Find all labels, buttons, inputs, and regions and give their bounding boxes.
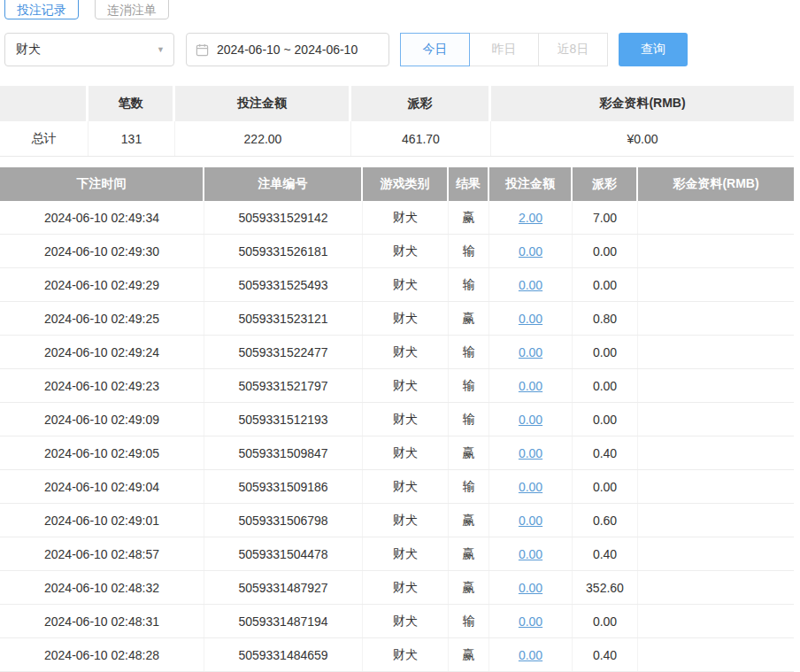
cell-game-type: 财犬 bbox=[363, 436, 449, 469]
cell-bonus bbox=[638, 403, 794, 436]
table-row: 2024-06-10 02:48:28 5059331484659 财犬 赢 0… bbox=[0, 638, 794, 672]
bet-amount-link[interactable]: 0.00 bbox=[519, 413, 542, 427]
summary-bet-amount-value: 222.00 bbox=[175, 121, 351, 156]
cell-bet-time: 2024-06-10 02:49:30 bbox=[0, 235, 204, 267]
game-select-value: 财犬 bbox=[16, 42, 41, 58]
cell-result: 输 bbox=[449, 470, 489, 503]
cell-result: 输 bbox=[449, 235, 489, 267]
cell-payout: 0.00 bbox=[573, 605, 638, 637]
cell-order-id: 5059331509186 bbox=[204, 470, 363, 503]
yesterday-button[interactable]: 昨日 bbox=[469, 33, 539, 66]
cell-bonus bbox=[638, 302, 794, 335]
cell-bonus bbox=[638, 638, 794, 671]
cell-bet-time: 2024-06-10 02:48:31 bbox=[0, 605, 204, 637]
bet-amount-link[interactable]: 0.00 bbox=[519, 480, 542, 494]
last-8-days-button[interactable]: 近8日 bbox=[538, 33, 608, 66]
table-row: 2024-06-10 02:49:09 5059331512193 财犬 输 0… bbox=[0, 403, 794, 436]
bet-amount-link[interactable]: 0.00 bbox=[519, 345, 542, 359]
bet-amount-link[interactable]: 0.00 bbox=[519, 244, 542, 259]
cell-bet-time: 2024-06-10 02:49:01 bbox=[0, 504, 204, 537]
table-row: 2024-06-10 02:48:57 5059331504478 财犬 赢 0… bbox=[0, 537, 794, 571]
summary-table: 笔数 投注金额 派彩 彩金资料(RMB) 总计 131 222.00 461.7… bbox=[0, 86, 794, 157]
cell-game-type: 财犬 bbox=[363, 403, 449, 436]
bet-amount-link[interactable]: 0.00 bbox=[519, 278, 542, 292]
date-range-value: 2024-06-10 ~ 2024-06-10 bbox=[217, 42, 358, 57]
cell-game-type: 财犬 bbox=[363, 470, 449, 503]
cell-payout: 0.00 bbox=[573, 268, 638, 301]
cell-order-id: 5059331521797 bbox=[204, 369, 363, 402]
bet-amount-link[interactable]: 2.00 bbox=[519, 211, 542, 225]
cell-game-type: 财犬 bbox=[363, 369, 449, 402]
cell-bonus bbox=[638, 537, 794, 570]
header-bet-time: 下注时间 bbox=[0, 167, 204, 201]
table-row: 2024-06-10 02:49:24 5059331522477 财犬 输 0… bbox=[0, 336, 794, 369]
cell-game-type: 财犬 bbox=[363, 638, 449, 671]
tab-bet-records[interactable]: 投注记录 bbox=[4, 0, 79, 19]
header-game-type: 游戏类别 bbox=[363, 167, 449, 201]
bet-amount-link[interactable]: 0.00 bbox=[519, 648, 542, 662]
cell-order-id: 5059331506798 bbox=[204, 504, 363, 537]
summary-header-row: 笔数 投注金额 派彩 彩金资料(RMB) bbox=[0, 86, 794, 121]
cell-order-id: 5059331525493 bbox=[204, 268, 363, 301]
cell-game-type: 财犬 bbox=[363, 605, 449, 637]
cell-payout: 0.60 bbox=[573, 504, 638, 537]
cell-order-id: 5059331484659 bbox=[204, 638, 363, 671]
cell-result: 赢 bbox=[449, 571, 489, 604]
summary-total-label: 总计 bbox=[0, 121, 88, 156]
cell-bonus bbox=[638, 571, 794, 604]
bet-amount-link[interactable]: 0.00 bbox=[519, 581, 542, 595]
bet-amount-link[interactable]: 0.00 bbox=[519, 514, 542, 528]
table-row: 2024-06-10 02:48:32 5059331487927 财犬 赢 0… bbox=[0, 571, 794, 605]
cell-game-type: 财犬 bbox=[363, 571, 449, 604]
cell-bet-time: 2024-06-10 02:49:34 bbox=[0, 201, 204, 234]
quick-range-group: 今日 昨日 近8日 bbox=[401, 33, 608, 66]
cell-order-id: 5059331504478 bbox=[204, 537, 363, 570]
date-range-input[interactable]: 2024-06-10 ~ 2024-06-10 bbox=[186, 33, 389, 66]
cell-game-type: 财犬 bbox=[363, 201, 449, 234]
search-button[interactable]: 查询 bbox=[619, 33, 688, 66]
cell-game-type: 财犬 bbox=[363, 537, 449, 570]
cell-payout: 0.00 bbox=[573, 235, 638, 267]
cell-bet-time: 2024-06-10 02:49:23 bbox=[0, 369, 204, 402]
cell-game-type: 财犬 bbox=[363, 336, 449, 368]
table-row: 2024-06-10 02:48:31 5059331487194 财犬 输 0… bbox=[0, 605, 794, 638]
bet-amount-link[interactable]: 0.00 bbox=[519, 614, 542, 629]
summary-header-bet-amount: 投注金额 bbox=[175, 86, 351, 121]
cell-order-id: 5059331509847 bbox=[204, 436, 363, 469]
table-row: 2024-06-10 02:49:05 5059331509847 财犬 赢 0… bbox=[0, 436, 794, 470]
cell-order-id: 5059331526181 bbox=[204, 235, 363, 267]
cell-order-id: 5059331529142 bbox=[204, 201, 363, 234]
cell-result: 赢 bbox=[449, 504, 489, 537]
cell-payout: 0.00 bbox=[573, 369, 638, 402]
cell-payout: 0.80 bbox=[573, 302, 638, 335]
cell-payout: 0.00 bbox=[573, 403, 638, 436]
header-payout: 派彩 bbox=[573, 167, 638, 201]
game-select[interactable]: 财犬 ▼ bbox=[4, 33, 174, 66]
bet-amount-link[interactable]: 0.00 bbox=[519, 379, 542, 393]
cell-payout: 0.40 bbox=[573, 436, 638, 469]
cell-order-id: 5059331523121 bbox=[204, 302, 363, 335]
cell-result: 输 bbox=[449, 336, 489, 368]
cell-payout: 0.00 bbox=[573, 470, 638, 503]
cell-order-id: 5059331487194 bbox=[204, 605, 363, 637]
cell-bet-time: 2024-06-10 02:49:04 bbox=[0, 470, 204, 503]
cell-bet-time: 2024-06-10 02:48:28 bbox=[0, 638, 204, 671]
bet-amount-link[interactable]: 0.00 bbox=[519, 547, 542, 561]
bet-amount-link[interactable]: 0.00 bbox=[519, 446, 542, 460]
header-bet-amount: 投注金额 bbox=[489, 167, 573, 201]
cell-bonus bbox=[638, 201, 794, 234]
cell-bet-time: 2024-06-10 02:49:09 bbox=[0, 403, 204, 436]
cell-game-type: 财犬 bbox=[363, 268, 449, 301]
bet-amount-link[interactable]: 0.00 bbox=[519, 312, 542, 326]
cell-result: 输 bbox=[449, 268, 489, 301]
calendar-icon bbox=[196, 43, 209, 57]
today-button[interactable]: 今日 bbox=[400, 33, 470, 66]
summary-count-value: 131 bbox=[88, 121, 175, 156]
summary-total-row: 总计 131 222.00 461.70 ¥0.00 bbox=[0, 121, 794, 157]
cell-result: 赢 bbox=[449, 638, 489, 671]
cell-bet-time: 2024-06-10 02:49:05 bbox=[0, 436, 204, 469]
tab-cancelled-orders[interactable]: 连消注单 bbox=[95, 0, 169, 19]
cell-result: 输 bbox=[449, 605, 489, 637]
cell-bonus bbox=[638, 436, 794, 469]
summary-header-count: 笔数 bbox=[88, 86, 175, 121]
